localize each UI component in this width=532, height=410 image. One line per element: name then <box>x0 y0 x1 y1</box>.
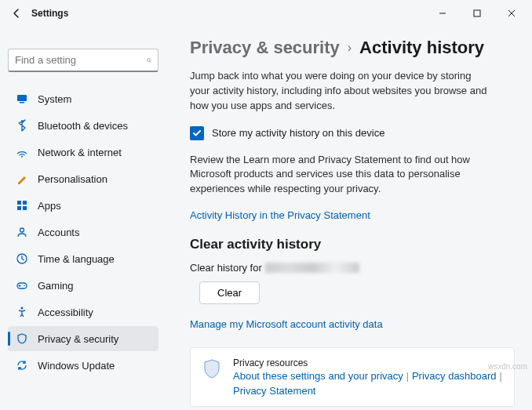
svg-rect-10 <box>23 206 27 210</box>
window-title: Settings <box>31 8 68 19</box>
sidebar-item-label: Bluetooth & devices <box>38 120 128 132</box>
network-icon <box>16 146 28 158</box>
sidebar-item-bluetooth[interactable]: Bluetooth & devices <box>8 113 159 138</box>
sidebar-item-label: System <box>38 93 71 105</box>
search-input[interactable] <box>15 54 147 66</box>
search-box[interactable] <box>8 49 159 72</box>
sidebar: System Bluetooth & devices Network & int… <box>0 27 166 410</box>
shield-icon <box>16 332 28 345</box>
privacy-dashboard-link[interactable]: Privacy dashboard <box>412 370 497 382</box>
maximize-button[interactable] <box>460 2 494 25</box>
sidebar-item-personalisation[interactable]: Personalisation <box>8 166 159 191</box>
privacy-statement-link[interactable]: Activity History in the Privacy Statemen… <box>190 209 370 221</box>
minimize-button[interactable] <box>425 2 460 25</box>
sidebar-item-label: Personalisation <box>38 173 107 185</box>
sidebar-item-gaming[interactable]: Gaming <box>8 273 159 298</box>
breadcrumb-current: Activity history <box>359 38 484 58</box>
sidebar-item-system[interactable]: System <box>8 86 159 111</box>
svg-point-6 <box>21 156 23 158</box>
clear-history-line: Clear history for <box>190 262 515 274</box>
clear-button[interactable]: Clear <box>199 281 260 304</box>
link-sep-icon: | <box>500 371 502 382</box>
breadcrumb: Privacy & security › Activity history <box>190 38 515 58</box>
maximize-icon <box>473 9 481 17</box>
manage-account-link[interactable]: Manage my Microsoft account activity dat… <box>190 318 383 330</box>
privacy-resources-links: About these settings and your privacy | … <box>233 370 503 397</box>
svg-rect-1 <box>474 10 480 16</box>
sidebar-item-label: Accessibility <box>38 307 93 318</box>
sidebar-item-label: Gaming <box>38 280 74 292</box>
main-content: Privacy & security › Activity history Ju… <box>166 27 532 410</box>
sidebar-item-apps[interactable]: Apps <box>8 193 159 218</box>
minimize-icon <box>439 9 446 17</box>
breadcrumb-sep-icon: › <box>348 41 352 55</box>
back-button[interactable] <box>9 6 24 20</box>
svg-point-14 <box>24 285 25 287</box>
personalisation-icon <box>16 172 28 185</box>
system-icon <box>16 93 28 105</box>
sidebar-item-time-language[interactable]: Time & language <box>8 246 159 271</box>
svg-rect-5 <box>20 102 24 103</box>
nav-list: System Bluetooth & devices Network & int… <box>8 86 159 378</box>
store-history-checkbox[interactable] <box>190 126 204 140</box>
update-icon <box>16 359 28 372</box>
layout: System Bluetooth & devices Network & int… <box>0 27 532 410</box>
svg-point-2 <box>148 58 151 61</box>
sidebar-item-label: Time & language <box>38 253 115 265</box>
accounts-icon <box>16 226 28 238</box>
sidebar-item-accounts[interactable]: Accounts <box>8 220 159 245</box>
privacy-resources-card: Privacy resources About these settings a… <box>190 347 515 407</box>
intro-text: Jump back into what you were doing on yo… <box>190 69 488 114</box>
bluetooth-icon <box>16 119 28 132</box>
sidebar-item-label: Network & internet <box>38 147 122 158</box>
svg-rect-4 <box>17 95 27 101</box>
back-arrow-icon <box>11 8 22 19</box>
svg-point-15 <box>21 307 24 310</box>
clear-history-heading: Clear activity history <box>190 237 515 252</box>
privacy-resources-body: Privacy resources About these settings a… <box>233 357 503 397</box>
window-controls <box>425 2 529 25</box>
svg-rect-9 <box>17 206 21 210</box>
svg-rect-8 <box>23 201 27 205</box>
svg-rect-7 <box>17 201 21 205</box>
sidebar-item-label: Accounts <box>38 227 79 238</box>
privacy-resources-title: Privacy resources <box>233 357 503 368</box>
gaming-icon <box>16 279 28 292</box>
check-icon <box>192 129 202 138</box>
sidebar-item-privacy-security[interactable]: Privacy & security <box>8 326 159 351</box>
svg-line-3 <box>150 60 151 61</box>
watermark: wsxdn.com <box>488 362 527 371</box>
svg-point-11 <box>20 228 24 232</box>
account-email-redacted <box>265 263 359 273</box>
about-settings-link[interactable]: About these settings and your privacy <box>233 370 403 382</box>
titlebar: Settings <box>0 0 532 27</box>
search-icon <box>147 55 151 66</box>
review-text: Review the Learn more and Privacy Statem… <box>190 153 488 198</box>
privacy-statement-card-link[interactable]: Privacy Statement <box>233 385 316 397</box>
link-sep-icon: | <box>406 371 409 382</box>
sidebar-item-network[interactable]: Network & internet <box>8 140 159 165</box>
breadcrumb-parent[interactable]: Privacy & security <box>190 38 340 58</box>
close-icon <box>508 9 516 17</box>
titlebar-left: Settings <box>9 6 68 20</box>
close-button[interactable] <box>494 2 529 25</box>
store-history-row: Store my activity history on this device <box>190 126 515 140</box>
sidebar-item-label: Apps <box>38 200 61 212</box>
accessibility-icon <box>16 306 28 318</box>
sidebar-item-label: Privacy & security <box>38 333 118 345</box>
sidebar-item-accessibility[interactable]: Accessibility <box>8 299 159 325</box>
sidebar-item-label: Windows Update <box>38 360 115 372</box>
store-history-label: Store my activity history on this device <box>212 127 384 139</box>
time-icon <box>16 252 28 265</box>
sidebar-item-windows-update[interactable]: Windows Update <box>8 353 159 378</box>
clear-history-prefix: Clear history for <box>190 262 262 274</box>
privacy-shield-icon <box>202 357 222 381</box>
apps-icon <box>16 199 28 212</box>
